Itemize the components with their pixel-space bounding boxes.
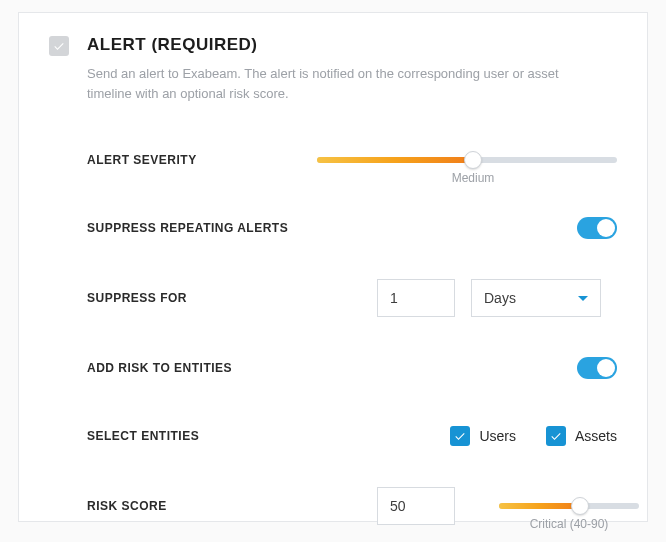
row-suppress-for: SUPPRESS FOR Days	[87, 279, 617, 317]
form-body: ALERT SEVERITY Medium SUPPRESS REPEATING…	[87, 143, 617, 525]
label-suppress-repeating: SUPPRESS REPEATING ALERTS	[87, 221, 317, 235]
check-icon	[454, 430, 466, 442]
row-suppress-repeating: SUPPRESS REPEATING ALERTS	[87, 211, 617, 245]
row-select-entities: SELECT ENTITIES Users Assets	[87, 419, 617, 453]
alert-checkbox[interactable]	[49, 36, 69, 56]
label-select-entities: SELECT ENTITIES	[87, 429, 317, 443]
row-risk-score: RISK SCORE Critical (40-90)	[87, 487, 617, 525]
label-suppress-for: SUPPRESS FOR	[87, 291, 317, 305]
risk-score-slider[interactable]: Critical (40-90)	[499, 503, 639, 509]
add-risk-toggle[interactable]	[577, 357, 617, 379]
chevron-down-icon	[578, 296, 588, 301]
assets-checkbox[interactable]	[546, 426, 566, 446]
check-icon	[53, 40, 65, 52]
toggle-knob	[597, 219, 615, 237]
header: ALERT (REQUIRED)	[49, 35, 617, 56]
check-icon	[550, 430, 562, 442]
label-risk-score: RISK SCORE	[87, 499, 317, 513]
suppress-repeating-toggle[interactable]	[577, 217, 617, 239]
assets-label: Assets	[575, 428, 617, 444]
users-label: Users	[479, 428, 516, 444]
risk-score-range-label: Critical (40-90)	[530, 517, 609, 531]
section-description: Send an alert to Exabeam. The alert is n…	[87, 64, 607, 103]
entity-users-option[interactable]: Users	[450, 426, 516, 446]
severity-value-label: Medium	[452, 171, 495, 185]
severity-thumb[interactable]	[464, 151, 482, 169]
risk-score-thumb[interactable]	[571, 497, 589, 515]
label-alert-severity: ALERT SEVERITY	[87, 153, 317, 167]
row-add-risk: ADD RISK TO ENTITIES	[87, 351, 617, 385]
row-alert-severity: ALERT SEVERITY Medium	[87, 143, 617, 177]
users-checkbox[interactable]	[450, 426, 470, 446]
suppress-for-unit-value: Days	[484, 290, 516, 306]
risk-score-value[interactable]	[377, 487, 455, 525]
label-add-risk: ADD RISK TO ENTITIES	[87, 361, 317, 375]
suppress-for-value[interactable]	[377, 279, 455, 317]
alert-config-card: ALERT (REQUIRED) Send an alert to Exabea…	[18, 12, 648, 522]
severity-slider[interactable]: Medium	[317, 157, 617, 163]
suppress-for-unit-select[interactable]: Days	[471, 279, 601, 317]
entity-assets-option[interactable]: Assets	[546, 426, 617, 446]
toggle-knob	[597, 359, 615, 377]
section-title: ALERT (REQUIRED)	[87, 35, 257, 55]
